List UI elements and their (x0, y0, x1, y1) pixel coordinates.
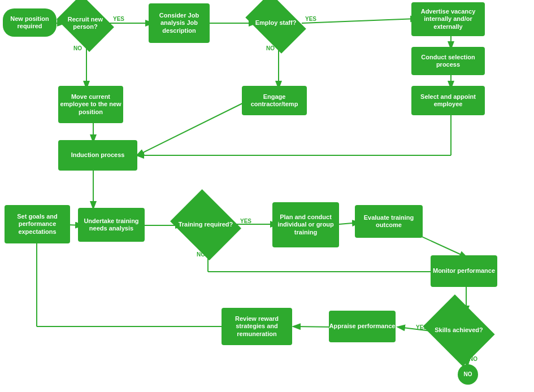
new-position-label: New position required (3, 15, 57, 30)
move-employee-node: Move current employee to the new positio… (58, 86, 123, 123)
monitor-node: Monitor performance (431, 255, 497, 287)
svg-line-11 (137, 101, 247, 155)
training-required-label: Training required? (179, 221, 233, 228)
yes4-label: YES (416, 324, 427, 330)
evaluate-training-label: Evaluate training outcome (355, 214, 423, 229)
consider-label: Consider Job analysis Job description (149, 12, 210, 34)
review-reward-label: Review reward strategies and remuneratio… (222, 315, 292, 338)
consider-node: Consider Job analysis Job description (149, 3, 210, 43)
flowchart: New position required Recruit new person… (0, 0, 534, 392)
advertise-node: Advertise vacancy internally and/or exte… (411, 2, 485, 36)
yes1-label: YES (113, 16, 124, 22)
induction-label: Induction process (71, 151, 125, 159)
set-goals-label: Set goals and performance expectations (5, 213, 70, 236)
evaluate-training-node: Evaluate training outcome (355, 205, 423, 238)
skills-achieved-node: Skills achieved? (431, 308, 487, 353)
advertise-label: Advertise vacancy internally and/or exte… (411, 8, 485, 31)
yes3-label: YES (240, 218, 251, 224)
employ-node: Employ staff? (250, 6, 301, 41)
yes2-label: YES (305, 16, 316, 22)
employ-label: Employ staff? (255, 19, 297, 27)
recruit-node: Recruit new person? (62, 6, 108, 41)
induction-node: Induction process (58, 140, 137, 171)
engage-contractor-node: Engage contractor/temp (242, 86, 307, 115)
plan-conduct-label: Plan and conduct individual or group tra… (272, 214, 339, 236)
no-loop-label: NO (464, 371, 472, 378)
recruit-label: Recruit new person? (62, 16, 108, 31)
appraise-label: Appraise performance (329, 323, 396, 330)
no1-label: NO (73, 45, 82, 51)
review-reward-node: Review reward strategies and remuneratio… (222, 308, 292, 345)
no-loop-node: NO (458, 364, 478, 385)
appraise-node: Appraise performance (329, 311, 396, 342)
no4-label: NO (469, 356, 477, 362)
select-appoint-node: Select and appoint employee (411, 86, 485, 115)
engage-contractor-label: Engage contractor/temp (242, 93, 307, 108)
undertake-training-node: Undertake training needs analysis (78, 208, 145, 242)
conduct-selection-node: Conduct selection process (411, 47, 485, 75)
select-appoint-label: Select and appoint employee (411, 93, 485, 108)
training-required-node: Training required? (178, 202, 233, 247)
move-employee-label: Move current employee to the new positio… (58, 93, 123, 116)
new-position-node: New position required (3, 8, 57, 37)
skills-achieved-label: Skills achieved? (435, 326, 483, 334)
monitor-label: Monitor performance (433, 267, 495, 275)
svg-line-3 (302, 19, 417, 23)
no2-label: NO (266, 45, 275, 51)
no3-label: NO (197, 251, 205, 258)
undertake-training-label: Undertake training needs analysis (78, 217, 145, 232)
set-goals-node: Set goals and performance expectations (5, 205, 70, 243)
conduct-selection-label: Conduct selection process (411, 54, 485, 68)
plan-conduct-node: Plan and conduct individual or group tra… (272, 202, 339, 247)
